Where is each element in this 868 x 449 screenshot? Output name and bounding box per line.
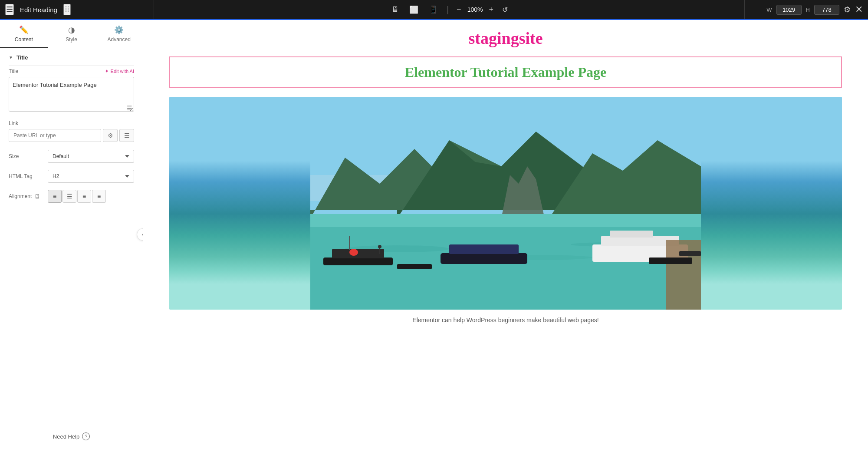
width-input[interactable]	[776, 5, 802, 15]
width-label: W	[766, 7, 772, 13]
alignment-monitor-icon: 🖥	[34, 193, 40, 200]
content-tab-label: Content	[15, 36, 33, 43]
hero-image-container	[169, 97, 842, 310]
svg-rect-17	[441, 253, 527, 264]
site-header: stagingsite	[143, 20, 868, 56]
size-select[interactable]: Default Small Medium Large XL XXL	[48, 150, 134, 163]
title-section-header[interactable]: ▼ Title	[0, 48, 143, 65]
content-tab-icon: ✏️	[19, 25, 29, 35]
tab-content[interactable]: ✏️ Content	[0, 20, 48, 48]
svg-rect-18	[449, 244, 519, 254]
title-textarea[interactable]: Elementor Tutorial Example Page	[9, 77, 134, 112]
textarea-menu-button[interactable]: ☰	[127, 105, 132, 112]
zoom-in-button[interactable]: +	[487, 4, 496, 15]
desktop-view-button[interactable]: 🖥	[388, 3, 402, 16]
sidebar-content: ▼ Title Title ✦ Edit with AI Elementor T…	[0, 48, 143, 424]
canvas: stagingsite Elementor Tutorial Example P…	[143, 20, 868, 449]
tablet-view-button[interactable]: ⬜	[406, 3, 422, 16]
style-tab-icon: ◑	[68, 25, 75, 35]
tab-advanced[interactable]: ⚙️ Advanced	[95, 20, 143, 48]
svg-rect-27	[679, 251, 701, 256]
caption: Elementor can help WordPress beginners m…	[386, 310, 625, 332]
help-icon: ?	[82, 432, 90, 440]
sidebar: ✏️ Content ◑ Style ⚙️ Advanced ▼ Title	[0, 20, 143, 449]
height-input[interactable]	[814, 5, 839, 15]
need-help-section[interactable]: Need Help ?	[0, 424, 143, 449]
alignment-row: Alignment 🖥 ≡ ☰ ≡ ≡	[0, 187, 143, 207]
alignment-label: Alignment	[9, 193, 32, 199]
svg-rect-13	[323, 258, 393, 265]
zoom-out-button[interactable]: −	[454, 4, 464, 15]
html-tag-label: HTML Tag	[9, 173, 43, 179]
size-row: Size Default Small Medium Large XL XXL	[0, 147, 143, 167]
topbar-right: W H ⚙ ✕	[750, 4, 863, 15]
hamburger-menu-button[interactable]: ☰	[5, 4, 14, 15]
sidebar-tabs: ✏️ Content ◑ Style ⚙️ Advanced	[0, 20, 143, 48]
close-button[interactable]: ✕	[855, 4, 863, 15]
tab-style[interactable]: ◑ Style	[48, 20, 95, 48]
edit-ai-label: Edit with AI	[111, 69, 134, 74]
align-center-button[interactable]: ☰	[62, 190, 76, 203]
align-right-button[interactable]: ≡	[77, 190, 91, 203]
alignment-label-wrap: Alignment 🖥	[9, 193, 43, 200]
section-arrow-icon: ▼	[9, 55, 13, 60]
svg-point-22	[378, 245, 381, 248]
size-label: Size	[9, 153, 43, 159]
topbar-center: 🖥 ⬜ 📱 | − 100% + ↺	[154, 0, 745, 19]
topbar-left: ☰ Edit Heading ⠿	[5, 4, 148, 15]
title-label-row: Title ✦ Edit with AI	[9, 68, 134, 74]
advanced-tab-label: Advanced	[107, 36, 130, 43]
grid-apps-button[interactable]: ⠿	[63, 4, 71, 15]
edit-ai-button[interactable]: ✦ Edit with AI	[105, 68, 134, 74]
caption-text: Elementor can help WordPress beginners m…	[412, 317, 598, 324]
heading-block[interactable]: Elementor Tutorial Example Page	[169, 56, 842, 88]
device-sep: |	[447, 5, 449, 15]
page-heading: Elementor Tutorial Example Page	[179, 64, 832, 80]
undo-button[interactable]: ↺	[500, 5, 510, 15]
svg-rect-9	[310, 214, 701, 227]
align-justify-button[interactable]: ≡	[92, 190, 106, 203]
zoom-controls: − 100% +	[454, 4, 496, 15]
style-tab-label: Style	[66, 36, 77, 43]
svg-rect-21	[610, 231, 653, 238]
section-title: Title	[16, 54, 28, 61]
site-title: stagingsite	[469, 29, 543, 48]
zoom-value: 100%	[467, 6, 484, 13]
html-tag-row: HTML Tag H1 H2 H3 H4 H5 H6 DIV SPAN P	[0, 167, 143, 187]
html-tag-select[interactable]: H1 H2 H3 H4 H5 H6 DIV SPAN P	[48, 170, 134, 183]
hero-svg	[169, 97, 842, 310]
height-label: H	[806, 7, 810, 13]
ai-icon: ✦	[105, 68, 109, 74]
hero-image	[169, 97, 842, 310]
link-dynamic-button[interactable]: ☰	[119, 129, 134, 142]
title-form-group: Title ✦ Edit with AI Elementor Tutorial …	[0, 66, 143, 119]
advanced-tab-icon: ⚙️	[114, 25, 124, 35]
link-label: Link	[9, 120, 134, 126]
svg-point-24	[349, 249, 358, 256]
canvas-inner: stagingsite Elementor Tutorial Example P…	[143, 20, 868, 449]
need-help-label: Need Help	[53, 433, 79, 440]
settings-button[interactable]: ⚙	[844, 5, 851, 14]
link-input[interactable]	[9, 129, 101, 142]
svg-rect-26	[649, 258, 692, 264]
svg-rect-25	[666, 240, 701, 310]
svg-rect-14	[332, 249, 384, 258]
main-layout: ✏️ Content ◑ Style ⚙️ Advanced ▼ Title	[0, 20, 868, 449]
align-left-button[interactable]: ≡	[48, 190, 62, 203]
title-label: Title	[9, 68, 18, 74]
link-group: Link ⚙ ☰	[0, 119, 143, 147]
mobile-view-button[interactable]: 📱	[425, 3, 441, 16]
svg-rect-16	[397, 264, 432, 269]
link-settings-button[interactable]: ⚙	[103, 129, 118, 142]
alignment-buttons: ≡ ☰ ≡ ≡	[48, 190, 106, 203]
topbar-title: Edit Heading	[20, 6, 57, 13]
link-input-row: ⚙ ☰	[9, 129, 134, 142]
topbar: ☰ Edit Heading ⠿ 🖥 ⬜ 📱 | − 100% + ↺ W H …	[0, 0, 868, 20]
